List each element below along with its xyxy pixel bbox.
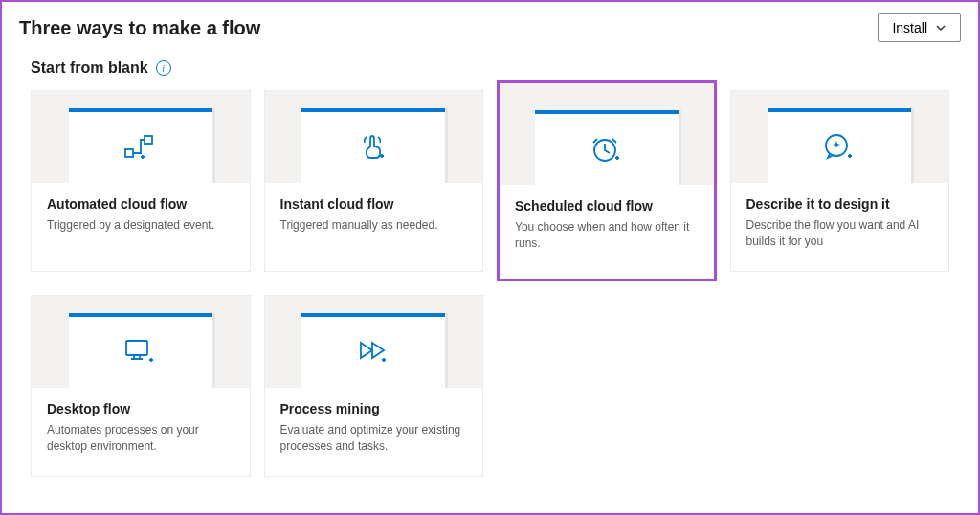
card-process-mining[interactable]: Process mining Evaluate and optimize you… [264,295,484,477]
card-description: You choose when and how often it runs. [515,219,699,252]
install-label: Install [892,20,927,35]
card-instant-cloud-flow[interactable]: Instant cloud flow Triggered manually as… [264,90,484,272]
card-description: Automates processes on your desktop envi… [47,422,234,455]
card-description: Describe the flow you want and AI builds… [746,217,934,250]
card-illustration [731,91,949,183]
card-illustration [32,91,250,183]
card-describe-to-design[interactable]: Describe it to design it Describe the fl… [730,90,950,272]
card-title: Desktop flow [47,401,234,416]
section-title: Start from blank [31,59,148,77]
card-title: Process mining [280,401,468,416]
chevron-down-icon [935,22,947,34]
desktop-icon [122,337,159,368]
card-illustration [265,296,483,388]
install-button[interactable]: Install [878,13,961,42]
info-icon[interactable]: i [156,60,171,76]
svg-rect-0 [125,149,133,157]
card-scheduled-cloud-flow[interactable]: Scheduled cloud flow You choose when and… [497,80,717,281]
chat-sparkle-icon [822,131,857,164]
card-title: Scheduled cloud flow [515,198,699,213]
touch-icon [357,131,390,164]
card-description: Triggered manually as needed. [280,217,468,234]
card-description: Evaluate and optimize your existing proc… [280,422,468,455]
page-title: Three ways to make a flow [19,17,260,39]
card-description: Triggered by a designated event. [47,217,234,234]
card-title: Automated cloud flow [47,196,234,212]
card-title: Instant cloud flow [280,196,468,212]
card-illustration [32,296,250,388]
card-desktop-flow[interactable]: Desktop flow Automates processes on your… [31,295,251,477]
card-illustration [265,91,483,183]
flow-branch-icon [123,132,158,163]
card-title: Describe it to design it [746,196,934,212]
card-automated-cloud-flow[interactable]: Automated cloud flow Triggered by a desi… [31,90,251,272]
svg-rect-1 [145,136,152,144]
process-icon [355,337,391,368]
clock-icon [590,133,624,166]
svg-rect-4 [126,341,147,355]
card-illustration [500,83,714,185]
